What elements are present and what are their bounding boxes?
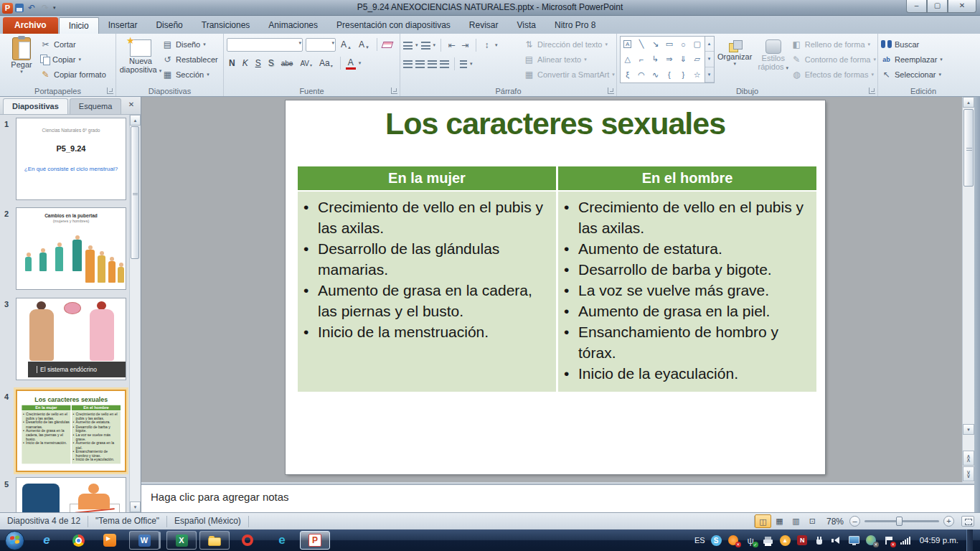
slide-thumbnail-4-selected[interactable]: Los caracteres sexuales En la mujer En e…	[16, 390, 126, 472]
panel-close-icon[interactable]: ✕	[126, 100, 137, 111]
table-header-mujer[interactable]: En la mujer	[298, 166, 556, 190]
paste-dropdown-icon[interactable]: ▾	[20, 69, 23, 75]
slide-canvas[interactable]: Los caracteres sexuales En la mujer En e…	[286, 100, 825, 474]
layout-button[interactable]: ▤ Diseño ▾	[162, 37, 218, 52]
taskbar-edge[interactable]: e	[270, 531, 294, 550]
previous-slide-button[interactable]: ∧∧	[963, 451, 974, 466]
fit-slide-to-window-button[interactable]	[961, 516, 974, 527]
power-plug-tray-icon[interactable]	[814, 534, 826, 547]
shape-parallelogram[interactable]: ▱	[694, 55, 700, 64]
zoom-out-button[interactable]: –	[849, 516, 860, 527]
tab-animaciones[interactable]: Animaciones	[259, 17, 327, 34]
shape-right-brace[interactable]: }	[682, 70, 685, 79]
shape-left-brace[interactable]: {	[668, 70, 671, 79]
clear-formatting-icon[interactable]	[381, 42, 393, 48]
restore-button[interactable]: ▢	[927, 0, 948, 13]
shape-curve[interactable]: ∿	[652, 70, 659, 80]
usb-device-tray-icon[interactable]: ψ✓	[745, 534, 757, 547]
tab-presentacion[interactable]: Presentación con diapositivas	[327, 17, 460, 34]
convert-smartart-button[interactable]: ▦ Convertir a SmartArt▾	[524, 67, 615, 82]
grow-font-button[interactable]: A▲	[339, 39, 354, 50]
shapes-gallery-scroll[interactable]: ▲▼▼	[705, 36, 715, 83]
align-left-icon[interactable]	[403, 60, 413, 68]
dialog-launcher-clipboard[interactable]	[107, 88, 113, 94]
table-cell-mujer[interactable]: Crecimiento de vello en el pubis y las a…	[298, 192, 556, 392]
shape-right-arrow[interactable]: ⇒	[666, 55, 672, 64]
tab-archivo[interactable]: Archivo	[3, 17, 58, 34]
shape-arc[interactable]: ◠	[638, 70, 645, 80]
taskbar-explorer[interactable]	[199, 531, 230, 550]
tab-diseno[interactable]: Diseño	[146, 17, 192, 34]
nitro-tray-icon[interactable]: N	[796, 534, 809, 547]
decrease-indent-icon[interactable]: ⇤	[446, 40, 457, 50]
shape-triangle[interactable]: △	[624, 55, 630, 64]
network-offline-tray-icon[interactable]: ✕	[865, 534, 877, 547]
tab-transiciones[interactable]: Transiciones	[192, 17, 260, 34]
scroll-up-icon[interactable]: ▲	[963, 97, 974, 108]
underline-button[interactable]: S	[253, 58, 263, 68]
language-indicator[interactable]: Español (México)	[167, 513, 248, 529]
shape-down-arrow[interactable]: ⇓	[680, 55, 687, 64]
slide-counter[interactable]: Diapositiva 4 de 12	[0, 513, 88, 529]
character-spacing-button[interactable]: AV▾	[298, 60, 314, 67]
font-size-combobox[interactable]: ▾	[306, 38, 336, 52]
align-right-icon[interactable]	[428, 60, 437, 68]
bullets-icon[interactable]	[403, 42, 413, 50]
tab-inicio[interactable]: Inicio	[59, 17, 99, 34]
shape-outline-button[interactable]: ✎ Contorno de forma▾	[791, 52, 876, 67]
align-text-button[interactable]: ▤ Alinear texto▾	[524, 52, 615, 67]
volume-tray-icon[interactable]	[831, 534, 843, 547]
taskbar-internet-explorer[interactable]: e	[34, 531, 59, 550]
panel-scroll-down-icon[interactable]: ▼	[130, 501, 141, 512]
dialog-launcher-font[interactable]	[391, 88, 397, 94]
font-color-button[interactable]: A	[346, 57, 356, 70]
save-icon[interactable]	[15, 4, 24, 12]
slide-thumbnail-3[interactable]: El sistema endócrino	[16, 298, 126, 380]
reset-button[interactable]: ↺ Restablecer	[162, 52, 218, 67]
zoom-level[interactable]: 78%	[821, 517, 849, 527]
section-button[interactable]: ▦ Sección ▾	[162, 67, 218, 82]
tab-nitro[interactable]: Nitro Pro 8	[545, 17, 605, 34]
numbering-icon[interactable]	[421, 42, 430, 50]
view-normal-button[interactable]: ◫	[755, 514, 771, 528]
tab-diapositivas[interactable]: Diapositivas	[3, 98, 68, 114]
text-direction-button[interactable]: ⇅ Dirección del texto▾	[524, 37, 615, 52]
bold-button[interactable]: N	[227, 58, 237, 68]
shape-rounded-rectangle[interactable]: ▢	[694, 39, 701, 49]
slide-thumbnail-5[interactable]: El aparato	[16, 477, 126, 512]
shape-fill-button[interactable]: ◧ Relleno de forma▾	[791, 37, 876, 52]
taskbar-clock[interactable]: 04:59 p.m.	[917, 536, 961, 545]
undo-button[interactable]: ↶	[26, 1, 37, 14]
taskbar-powerpoint-active[interactable]: P	[300, 531, 330, 550]
increase-indent-icon[interactable]: ⇥	[460, 40, 471, 50]
replace-button[interactable]: ab Reemplazar▾	[881, 52, 967, 67]
tab-insertar[interactable]: Insertar	[99, 17, 147, 34]
taskbar-word[interactable]: W	[129, 531, 159, 550]
shape-scribble[interactable]: ξ	[626, 70, 629, 79]
tab-esquema[interactable]: Esquema	[70, 98, 121, 114]
tab-vista[interactable]: Vista	[508, 17, 545, 34]
scroll-down-icon[interactable]: ▼	[963, 424, 974, 435]
action-center-flag-icon[interactable]: ✕	[882, 534, 895, 547]
line-spacing-icon[interactable]: ↕	[481, 40, 492, 50]
shape-oval[interactable]: ○	[681, 40, 686, 49]
arrange-button[interactable]: Organizar ▾	[715, 36, 755, 85]
taskbar-opera[interactable]	[235, 531, 260, 550]
justify-icon[interactable]	[440, 60, 449, 68]
new-slide-button[interactable]: ★ Nueva diapositiva ▾	[119, 36, 162, 85]
columns-icon[interactable]	[460, 60, 467, 68]
text-shadow-button[interactable]: S	[266, 58, 276, 68]
shapes-gallery[interactable]: A ╲ ↘ ▭ ○ ▢ △ ⌐ ↳ ⇒ ⇓ ▱ ξ ◠ ∿ { }	[620, 36, 705, 83]
format-painter-button[interactable]: ✎ Copiar formato	[40, 67, 106, 82]
antivirus-tray-icon[interactable]: ✕	[727, 534, 740, 547]
shape-arrow[interactable]: ↘	[652, 39, 659, 49]
shape-elbow[interactable]: ⌐	[639, 55, 644, 64]
quick-styles-button[interactable]: Estilos rápidos ▾	[755, 36, 791, 85]
view-slideshow-button[interactable]: ⊡	[804, 514, 821, 528]
slide-thumbnail-1[interactable]: Ciencias Naturales 6º grado P5_9.24 ¿En …	[16, 118, 126, 200]
dialog-launcher-drawing[interactable]	[869, 88, 875, 94]
signal-strength-icon[interactable]	[900, 534, 912, 547]
panel-scroll-up-icon[interactable]: ▲	[130, 115, 141, 126]
slide-thumbnail-2[interactable]: Cambios en la pubertad (mujeres y hombre…	[16, 207, 126, 290]
shrink-font-button[interactable]: A▼	[357, 39, 372, 50]
